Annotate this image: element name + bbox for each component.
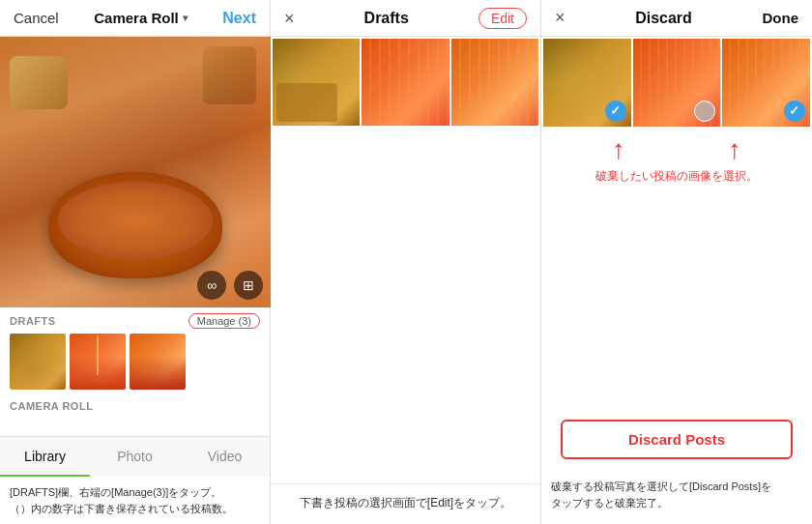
discard-posts-button[interactable]: Discard Posts [561,420,793,459]
panel2-spacer [271,128,540,482]
panel3-header: × Discard Done [541,0,812,37]
drafts-grid [271,37,540,128]
draft-thumb-3[interactable] [130,334,186,390]
draft-grid-item-2[interactable] [362,39,449,126]
draft-thumb-2[interactable] [70,334,126,390]
panel-discard: × Discard Done ✓ ✓ ↑ ↑ 破棄したい [541,0,812,524]
panel1-caption-text: [DRAFTS]欄、右端の[Manage(3)]をタップ。（）内の数字は下書き保… [10,486,233,514]
tab-video[interactable]: Video [180,437,270,477]
check-badge-2 [694,101,715,122]
infinite-icon-button[interactable]: ∞ [197,271,226,300]
draft-grid-item-1[interactable] [273,39,360,126]
tab-photo-label: Photo [117,449,153,464]
panel2-header: × Drafts Edit [271,0,540,37]
sel-item-3[interactable]: ✓ [722,39,810,127]
check-badge-1: ✓ [605,101,626,122]
chevron-down-icon: ▾ [183,13,188,23]
grid-icon: ⊞ [243,277,254,293]
panel3-close-button[interactable]: × [555,8,566,28]
draft-grid-item-3[interactable] [451,39,538,126]
drafts-section: DRAFTS Manage (3) [0,307,270,393]
right-arrow-icon: ↑ [728,136,741,163]
panel-drafts: × Drafts Edit 下書き投稿の選択画面で[Edit]をタップ。 [271,0,541,524]
camera-roll-dropdown[interactable]: Camera Roll ▾ [94,10,188,26]
panel2-caption-text: 下書き投稿の選択画面で[Edit]をタップ。 [300,496,511,509]
tab-photo[interactable]: Photo [90,437,180,477]
draft-thumb-1[interactable] [10,334,66,390]
next-button[interactable]: Next [222,10,256,27]
panel2-caption: 下書き投稿の選択画面で[Edit]をタップ。 [271,483,540,524]
selected-grid: ✓ ✓ [541,37,812,129]
panel3-caption-text: 破棄する投稿写真を選択して[Discard Posts]をタップすると破棄完了。 [551,480,771,509]
check-badge-3: ✓ [784,101,805,122]
manage-button[interactable]: Manage (3) [188,313,260,329]
panel3-caption: 破棄する投稿写真を選択して[Discard Posts]をタップすると破棄完了。 [541,479,812,524]
panel3-title: Discard [635,10,692,27]
arrows-row: ↑ ↑ [561,136,793,163]
drafts-header: DRAFTS Manage (3) [10,313,260,329]
drafts-label: DRAFTS [10,315,56,327]
panel2-close-button[interactable]: × [284,10,295,27]
panel1-header: Cancel Camera Roll ▾ Next [0,0,270,37]
tab-library[interactable]: Library [0,437,90,477]
tab-bar: Library Photo Video [0,436,270,477]
photo-icons: ∞ ⊞ [197,271,263,300]
annotation-text: 破棄したい投稿の画像を選択。 [595,167,758,185]
camera-roll-title: Camera Roll [94,10,179,26]
panel3-spacer [541,185,812,408]
grid-icon-button[interactable]: ⊞ [234,271,263,300]
panel2-title: Drafts [364,10,409,27]
sel-item-2[interactable] [633,39,721,127]
infinite-icon: ∞ [207,277,217,293]
panel1-caption: [DRAFTS]欄、右端の[Manage(3)]をタップ。（）内の数字は下書き保… [0,477,270,524]
tab-library-label: Library [24,449,66,464]
discard-button-wrapper: Discard Posts [541,408,812,479]
food-art [0,37,271,307]
done-button[interactable]: Done [763,10,799,26]
edit-button[interactable]: Edit [478,8,527,29]
main-photo-preview: ∞ ⊞ [0,37,271,307]
sel-item-1[interactable]: ✓ [543,39,631,127]
cancel-button[interactable]: Cancel [14,10,59,26]
camera-roll-section: CAMERA ROLL [0,393,270,416]
drafts-thumbnails [10,334,260,390]
left-arrow-icon: ↑ [612,136,625,163]
tab-video-label: Video [208,449,243,464]
annotation-area: ↑ ↑ 破棄したい投稿の画像を選択。 [541,129,812,185]
panel-camera-roll: Cancel Camera Roll ▾ Next ∞ [0,0,271,524]
camera-roll-label: CAMERA ROLL [10,400,93,412]
